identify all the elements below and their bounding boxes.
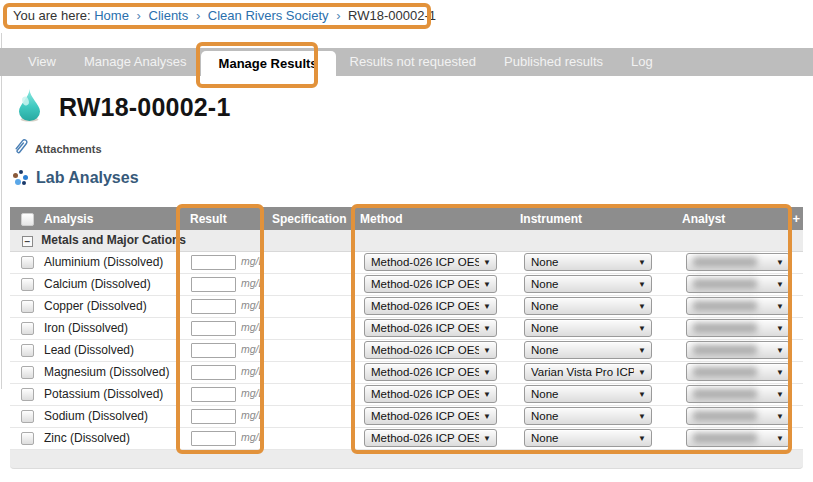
unit-label: mg/L xyxy=(241,431,264,443)
chevron-down-icon: ▼ xyxy=(483,302,491,311)
row-checkbox[interactable] xyxy=(21,256,34,269)
result-input[interactable] xyxy=(191,409,236,424)
chevron-down-icon: ▼ xyxy=(776,280,784,289)
analyst-select[interactable]: ▼ xyxy=(686,297,790,315)
method-select[interactable]: Method-026 ICP OES▼ xyxy=(364,297,497,315)
tab-bar: View Manage Analyses Manage Results Resu… xyxy=(0,48,813,76)
add-column-button[interactable]: + xyxy=(792,207,803,230)
chevron-down-icon: ▼ xyxy=(638,258,646,267)
instrument-select[interactable]: Varian Vista Pro ICP▼ xyxy=(524,363,652,381)
unit-label: mg/L xyxy=(241,299,264,311)
tab-published-results[interactable]: Published results xyxy=(490,48,617,76)
method-select[interactable]: Method-026 ICP OES▼ xyxy=(364,407,497,425)
analyst-select[interactable]: ▼ xyxy=(686,407,790,425)
result-input[interactable] xyxy=(191,255,236,270)
instrument-select[interactable]: None▼ xyxy=(524,297,652,315)
method-select[interactable]: Method-026 ICP OES▼ xyxy=(364,363,497,381)
analyst-select[interactable]: ▼ xyxy=(686,341,790,359)
row-checkbox[interactable] xyxy=(21,322,34,335)
row-checkbox[interactable] xyxy=(21,344,34,357)
analyst-select[interactable]: ▼ xyxy=(686,253,790,271)
redacted-analyst-name xyxy=(693,257,757,267)
instrument-select[interactable]: None▼ xyxy=(524,319,652,337)
breadcrumb-link-clients[interactable]: Clients xyxy=(149,8,189,23)
specification-cell xyxy=(264,427,352,449)
row-checkbox[interactable] xyxy=(21,432,34,445)
breadcrumb-link-home[interactable]: Home xyxy=(94,8,129,23)
analyst-select[interactable]: ▼ xyxy=(686,429,790,447)
analyst-select[interactable]: ▼ xyxy=(686,385,790,403)
instrument-select[interactable]: None▼ xyxy=(524,385,652,403)
tab-view[interactable]: View xyxy=(14,48,70,76)
instrument-select[interactable]: None▼ xyxy=(524,407,652,425)
unit-label: mg/L xyxy=(241,255,264,267)
row-checkbox[interactable] xyxy=(21,278,34,291)
analysis-name: Copper (Dissolved) xyxy=(36,295,182,317)
category-row-metals[interactable]: − Metals and Major Cations xyxy=(10,230,803,251)
analyst-select[interactable]: ▼ xyxy=(686,275,790,293)
result-input[interactable] xyxy=(191,343,236,358)
redacted-analyst-name xyxy=(693,433,757,443)
instrument-select[interactable]: None▼ xyxy=(524,341,652,359)
analysis-name: Aluminium (Dissolved) xyxy=(36,251,182,273)
method-select[interactable]: Method-026 ICP OES▼ xyxy=(364,385,497,403)
analyses-dots-icon xyxy=(12,170,29,186)
table-row: Potassium (Dissolved) mg/L Method-026 IC… xyxy=(10,383,803,405)
method-select[interactable]: Method-026 ICP OES▼ xyxy=(364,275,497,293)
attachments-toggle[interactable]: Attachments xyxy=(13,138,102,159)
tab-log[interactable]: Log xyxy=(617,48,667,76)
instrument-select[interactable]: None▼ xyxy=(524,429,652,447)
analyst-select[interactable]: ▼ xyxy=(686,319,790,337)
specification-cell xyxy=(264,361,352,383)
specification-cell xyxy=(264,383,352,405)
specification-cell xyxy=(264,273,352,295)
result-input[interactable] xyxy=(191,299,236,314)
breadcrumb-link-client[interactable]: Clean Rivers Society xyxy=(208,8,329,23)
row-checkbox[interactable] xyxy=(21,366,34,379)
chevron-down-icon: ▼ xyxy=(638,346,646,355)
result-input[interactable] xyxy=(191,387,236,402)
attachments-label: Attachments xyxy=(35,143,102,155)
column-header-method[interactable]: Method xyxy=(352,207,512,230)
collapse-category-icon[interactable]: − xyxy=(22,236,33,247)
analyst-select[interactable]: ▼ xyxy=(686,363,790,381)
column-header-analyst[interactable]: Analyst xyxy=(674,207,792,230)
column-header-specification[interactable]: Specification xyxy=(264,207,352,230)
result-input[interactable] xyxy=(191,431,236,446)
chevron-down-icon: ▼ xyxy=(483,346,491,355)
result-input[interactable] xyxy=(191,365,236,380)
method-select[interactable]: Method-026 ICP OES▼ xyxy=(364,429,497,447)
column-header-instrument[interactable]: Instrument xyxy=(512,207,674,230)
specification-cell xyxy=(264,405,352,427)
table-row: Iron (Dissolved) mg/L Method-026 ICP OES… xyxy=(10,317,803,339)
instrument-select[interactable]: None▼ xyxy=(524,253,652,271)
tab-results-not-requested[interactable]: Results not requested xyxy=(336,48,490,76)
unit-label: mg/L xyxy=(241,365,264,377)
select-all-checkbox[interactable] xyxy=(21,213,34,226)
tab-manage-results[interactable]: Manage Results xyxy=(201,51,336,79)
method-select[interactable]: Method-026 ICP OES▼ xyxy=(364,319,497,337)
chevron-down-icon: ▼ xyxy=(638,368,646,377)
chevron-down-icon: ▼ xyxy=(483,434,491,443)
result-input[interactable] xyxy=(191,277,236,292)
row-checkbox[interactable] xyxy=(21,388,34,401)
column-header-analysis[interactable]: Analysis xyxy=(36,207,182,230)
specification-cell xyxy=(264,251,352,273)
instrument-select[interactable]: None▼ xyxy=(524,275,652,293)
row-checkbox[interactable] xyxy=(21,410,34,423)
chevron-down-icon: ▼ xyxy=(483,390,491,399)
row-checkbox[interactable] xyxy=(21,300,34,313)
result-input[interactable] xyxy=(191,321,236,336)
chevron-down-icon: ▼ xyxy=(638,390,646,399)
chevron-down-icon: ▼ xyxy=(776,258,784,267)
column-header-result[interactable]: Result xyxy=(182,207,264,230)
paperclip-icon xyxy=(13,138,28,159)
redacted-analyst-name xyxy=(693,345,757,355)
method-select[interactable]: Method-026 ICP OES▼ xyxy=(364,341,497,359)
analysis-name: Lead (Dissolved) xyxy=(36,339,182,361)
chevron-down-icon: ▼ xyxy=(483,412,491,421)
chevron-down-icon: ▼ xyxy=(776,434,784,443)
lab-analyses-title: Lab Analyses xyxy=(36,169,139,187)
method-select[interactable]: Method-026 ICP OES▼ xyxy=(364,253,497,271)
tab-manage-analyses[interactable]: Manage Analyses xyxy=(70,48,201,76)
